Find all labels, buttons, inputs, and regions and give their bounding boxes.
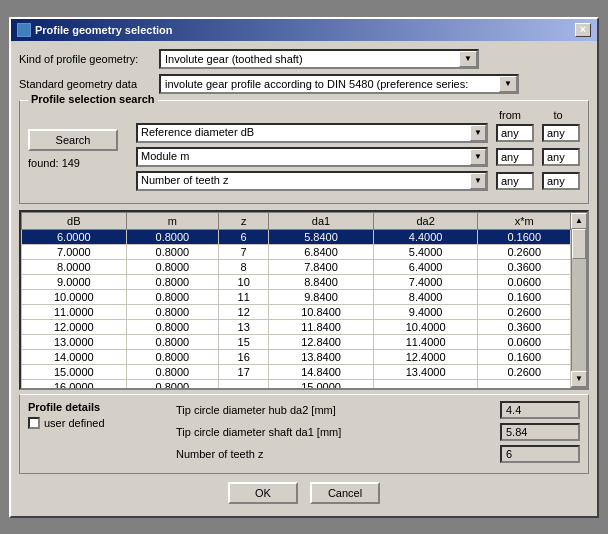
kind-combobox[interactable]: Involute gear (toothed shaft) ▼ — [159, 49, 479, 69]
standard-label: Standard geometry data — [19, 78, 159, 90]
to-input-3[interactable] — [542, 172, 580, 190]
col-header-z: z — [219, 212, 269, 229]
detail-value-3: 6 — [500, 445, 580, 463]
data-table: dB m z da1 da2 x*m 6.00000.800065.84004.… — [21, 212, 571, 388]
from-input-3[interactable] — [496, 172, 534, 190]
user-defined-checkbox[interactable] — [28, 417, 40, 429]
search-row-1: Reference diameter dB ▼ — [136, 123, 580, 143]
detail-value-1: 4.4 — [500, 401, 580, 419]
dialog-buttons: OK Cancel — [19, 482, 589, 508]
field-dropdown-2[interactable]: ▼ — [470, 149, 486, 165]
field-dropdown-1[interactable]: ▼ — [470, 125, 486, 141]
col-header-m: m — [126, 212, 219, 229]
table-row[interactable]: 12.00000.80001311.840010.40000.3600 — [22, 319, 571, 334]
field-value-1: Reference diameter dB — [138, 125, 470, 141]
details-right-panel: Tip circle diameter hub da2 [mm] 4.4 Tip… — [176, 401, 580, 467]
field-dropdown-3[interactable]: ▼ — [470, 173, 486, 189]
search-group: Profile selection search Search found: 1… — [19, 100, 589, 204]
scroll-thumb[interactable] — [572, 229, 586, 259]
to-label: to — [536, 109, 580, 121]
search-row-3: Number of teeth z ▼ — [136, 171, 580, 191]
detail-value-2: 5.84 — [500, 423, 580, 441]
col-header-xm: x*m — [478, 212, 571, 229]
standard-value: involute gear profile according to DIN 5… — [161, 76, 499, 92]
scroll-track[interactable] — [572, 229, 586, 371]
data-table-container: dB m z da1 da2 x*m 6.00000.800065.84004.… — [19, 210, 589, 390]
table-row[interactable]: 6.00000.800065.84004.40000.1600 — [22, 229, 571, 244]
field-combo-1[interactable]: Reference diameter dB ▼ — [136, 123, 488, 143]
search-group-title: Profile selection search — [28, 93, 158, 105]
detail-row-3: Number of teeth z 6 — [176, 445, 580, 463]
standard-dropdown-btn[interactable]: ▼ — [499, 76, 517, 92]
standard-row: Standard geometry data involute gear pro… — [19, 74, 589, 94]
dialog-title: Profile geometry selection — [35, 24, 173, 36]
to-input-2[interactable] — [542, 148, 580, 166]
standard-combobox[interactable]: involute gear profile according to DIN 5… — [159, 74, 519, 94]
table-row[interactable]: 9.00000.8000108.84007.40000.0600 — [22, 274, 571, 289]
field-value-2: Module m — [138, 149, 470, 165]
col-header-da1: da1 — [269, 212, 374, 229]
user-defined-label: user defined — [44, 417, 105, 429]
vertical-scrollbar[interactable]: ▲ ▼ — [571, 212, 587, 388]
scroll-up-btn[interactable]: ▲ — [571, 213, 587, 229]
close-button[interactable]: × — [575, 23, 591, 37]
search-controls: Search found: 149 — [28, 109, 128, 169]
dialog-body: Kind of profile geometry: Involute gear … — [11, 41, 597, 516]
from-input-1[interactable] — [496, 124, 534, 142]
table-row[interactable]: 14.00000.80001613.840012.40000.1600 — [22, 349, 571, 364]
col-header-dB: dB — [22, 212, 127, 229]
field-combo-3[interactable]: Number of teeth z ▼ — [136, 171, 488, 191]
detail-row-2: Tip circle diameter shaft da1 [mm] 5.84 — [176, 423, 580, 441]
detail-label-3: Number of teeth z — [176, 448, 500, 460]
table-row[interactable]: 11.00000.80001210.84009.40000.2600 — [22, 304, 571, 319]
kind-value: Involute gear (toothed shaft) — [161, 51, 459, 67]
table-row[interactable]: 13.00000.80001512.840011.40000.0600 — [22, 334, 571, 349]
scroll-down-btn[interactable]: ▼ — [571, 371, 587, 387]
kind-row: Kind of profile geometry: Involute gear … — [19, 49, 589, 69]
kind-dropdown-btn[interactable]: ▼ — [459, 51, 477, 67]
field-combo-2[interactable]: Module m ▼ — [136, 147, 488, 167]
table-scroll-area: dB m z da1 da2 x*m 6.00000.800065.84004.… — [21, 212, 571, 388]
user-defined-row: user defined — [28, 417, 168, 429]
field-value-3: Number of teeth z — [138, 173, 470, 189]
search-row-2: Module m ▼ — [136, 147, 580, 167]
detail-row-1: Tip circle diameter hub da2 [mm] 4.4 — [176, 401, 580, 419]
title-bar: Profile geometry selection × — [11, 19, 597, 41]
table-row[interactable]: 10.00000.8000119.84008.40000.1600 — [22, 289, 571, 304]
found-text: found: 149 — [28, 157, 128, 169]
ok-button[interactable]: OK — [228, 482, 298, 504]
table-row[interactable]: 15.00000.80001714.840013.40000.2600 — [22, 364, 571, 379]
profile-details-title: Profile details — [28, 401, 168, 413]
profile-details-section: Profile details user defined Tip circle … — [19, 394, 589, 474]
from-label: from — [488, 109, 532, 121]
kind-label: Kind of profile geometry: — [19, 53, 159, 65]
col-header-da2: da2 — [373, 212, 478, 229]
detail-label-2: Tip circle diameter shaft da1 [mm] — [176, 426, 500, 438]
table-row[interactable]: 8.00000.800087.84006.40000.3600 — [22, 259, 571, 274]
cancel-button[interactable]: Cancel — [310, 482, 380, 504]
search-fields: from to Reference diameter dB ▼ — [136, 109, 580, 195]
detail-label-1: Tip circle diameter hub da2 [mm] — [176, 404, 500, 416]
from-input-2[interactable] — [496, 148, 534, 166]
table-row[interactable]: 7.00000.800076.84005.40000.2600 — [22, 244, 571, 259]
dialog-icon — [17, 23, 31, 37]
table-row[interactable]: 16.00000.8000...15.0000...... — [22, 379, 571, 388]
search-button[interactable]: Search — [28, 129, 118, 151]
details-left-panel: Profile details user defined — [28, 401, 168, 429]
to-input-1[interactable] — [542, 124, 580, 142]
dialog-window: Profile geometry selection × Kind of pro… — [9, 17, 599, 518]
